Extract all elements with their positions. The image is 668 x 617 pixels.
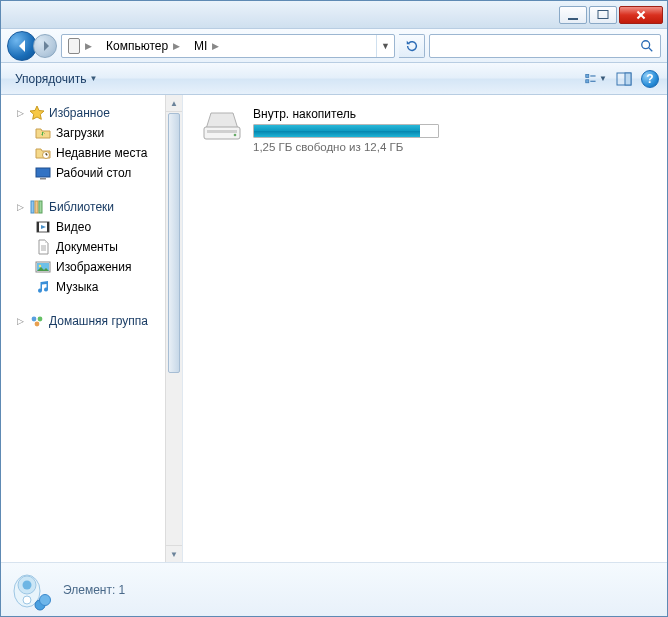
preview-pane-button[interactable] xyxy=(613,68,635,90)
video-icon xyxy=(35,219,51,235)
sidebar-item-label: Недавние места xyxy=(56,146,147,160)
address-bar[interactable]: ▶ Компьютер ▶ MI ▶ ▼ xyxy=(61,34,395,58)
svg-point-34 xyxy=(40,594,51,605)
music-icon xyxy=(35,279,51,295)
breadcrumb-computer[interactable]: Компьютер ▶ xyxy=(100,35,188,57)
drive-info: Внутр. накопитель 1,25 ГБ свободно из 12… xyxy=(253,107,453,153)
content-pane: Внутр. накопитель 1,25 ГБ свободно из 12… xyxy=(183,95,667,562)
drive-subtitle: 1,25 ГБ свободно из 12,4 ГБ xyxy=(253,141,453,153)
sidebar-item-music[interactable]: Музыка xyxy=(1,277,182,297)
svg-point-31 xyxy=(23,580,32,589)
organize-label: Упорядочить xyxy=(15,72,86,86)
nav-buttons xyxy=(7,31,57,61)
drive-title: Внутр. накопитель xyxy=(253,107,453,121)
svg-rect-10 xyxy=(40,178,46,180)
sidebar-item-video[interactable]: Видео xyxy=(1,217,182,237)
svg-rect-3 xyxy=(586,79,589,82)
help-icon: ? xyxy=(646,72,653,86)
view-options-icon xyxy=(585,71,597,87)
recent-icon xyxy=(35,145,51,161)
sidebar-item-pictures[interactable]: Изображения xyxy=(1,257,182,277)
drive-capacity-bar xyxy=(253,124,439,138)
preview-pane-icon xyxy=(616,71,632,87)
svg-rect-9 xyxy=(36,168,50,177)
body: ▷ Избранное Загрузки Недавние места xyxy=(1,95,667,562)
chevron-down-icon: ▼ xyxy=(599,74,607,83)
tree-header-favorites[interactable]: ▷ Избранное xyxy=(1,103,182,123)
sidebar-item-desktop[interactable]: Рабочий стол xyxy=(1,163,182,183)
svg-point-24 xyxy=(38,317,43,322)
navbar: ▶ Компьютер ▶ MI ▶ ▼ xyxy=(1,29,667,63)
search-icon xyxy=(640,39,654,53)
breadcrumb-root[interactable]: ▶ xyxy=(62,35,100,57)
svg-point-22 xyxy=(39,265,41,267)
breadcrumb-mi[interactable]: MI ▶ xyxy=(188,35,227,57)
sidebar-item-label: Документы xyxy=(56,240,118,254)
svg-line-1 xyxy=(649,47,653,51)
status-device-icon xyxy=(11,569,51,611)
sidebar-item-label: Видео xyxy=(56,220,91,234)
desktop-icon xyxy=(35,165,51,181)
svg-rect-12 xyxy=(35,201,38,213)
drive-icon xyxy=(201,107,243,143)
sidebar-item-downloads[interactable]: Загрузки xyxy=(1,123,182,143)
sidebar-item-label: Изображения xyxy=(56,260,131,274)
tree-group-homegroup: ▷ Домашняя группа xyxy=(1,311,182,331)
favorites-icon xyxy=(29,105,45,121)
svg-rect-16 xyxy=(47,222,49,232)
address-dropdown[interactable]: ▼ xyxy=(376,35,394,57)
sidebar-item-label: Загрузки xyxy=(56,126,104,140)
chevron-down-icon: ▼ xyxy=(89,74,97,83)
refresh-button[interactable] xyxy=(399,34,425,58)
svg-rect-13 xyxy=(39,201,42,213)
tree-header-label: Домашняя группа xyxy=(49,314,148,328)
sidebar-item-documents[interactable]: Документы xyxy=(1,237,182,257)
device-icon xyxy=(68,38,80,54)
organize-button[interactable]: Упорядочить ▼ xyxy=(9,69,103,89)
sidebar-item-recent[interactable]: Недавние места xyxy=(1,143,182,163)
svg-rect-2 xyxy=(586,74,589,77)
scroll-down-icon[interactable]: ▼ xyxy=(166,545,182,562)
svg-point-25 xyxy=(35,322,40,327)
scroll-up-icon[interactable]: ▲ xyxy=(166,95,182,112)
libraries-icon xyxy=(29,199,45,215)
svg-rect-15 xyxy=(37,222,39,232)
drive-item-internal-storage[interactable]: Внутр. накопитель 1,25 ГБ свободно из 12… xyxy=(197,103,457,157)
sidebar-item-label: Музыка xyxy=(56,280,98,294)
expand-icon: ▷ xyxy=(15,202,25,212)
search-box[interactable] xyxy=(429,34,661,58)
breadcrumb-label: MI xyxy=(194,39,207,53)
sidebar-scrollbar[interactable]: ▲ ▼ xyxy=(165,95,182,562)
forward-button[interactable] xyxy=(33,34,57,58)
svg-rect-7 xyxy=(625,73,631,85)
view-options-button[interactable]: ▼ xyxy=(585,68,607,90)
tree-header-label: Избранное xyxy=(49,106,110,120)
sidebar-item-label: Рабочий стол xyxy=(56,166,131,180)
svg-point-32 xyxy=(23,596,31,604)
tree-header-libraries[interactable]: ▷ Библиотеки xyxy=(1,197,182,217)
svg-point-23 xyxy=(32,317,37,322)
homegroup-icon xyxy=(29,313,45,329)
help-button[interactable]: ? xyxy=(641,70,659,88)
close-button[interactable] xyxy=(619,6,663,24)
tree-group-favorites: ▷ Избранное Загрузки Недавние места xyxy=(1,103,182,183)
maximize-button[interactable] xyxy=(589,6,617,24)
minimize-button[interactable] xyxy=(559,6,587,24)
svg-point-0 xyxy=(642,40,650,48)
expand-icon: ▷ xyxy=(15,108,25,118)
scrollbar-thumb[interactable] xyxy=(168,113,180,373)
documents-icon xyxy=(35,239,51,255)
downloads-icon xyxy=(35,125,51,141)
navigation-pane: ▷ Избранное Загрузки Недавние места xyxy=(1,95,183,562)
svg-rect-27 xyxy=(207,130,237,133)
tree-header-label: Библиотеки xyxy=(49,200,114,214)
titlebar xyxy=(1,1,667,29)
toolbar: Упорядочить ▼ ▼ ? xyxy=(1,63,667,95)
expand-icon: ▷ xyxy=(15,316,25,326)
pictures-icon xyxy=(35,259,51,275)
tree-header-homegroup[interactable]: ▷ Домашняя группа xyxy=(1,311,182,331)
status-bar: Элемент: 1 xyxy=(1,562,667,616)
svg-point-28 xyxy=(234,134,237,137)
drive-capacity-fill xyxy=(254,125,420,137)
tree-group-libraries: ▷ Библиотеки Видео Документы xyxy=(1,197,182,297)
